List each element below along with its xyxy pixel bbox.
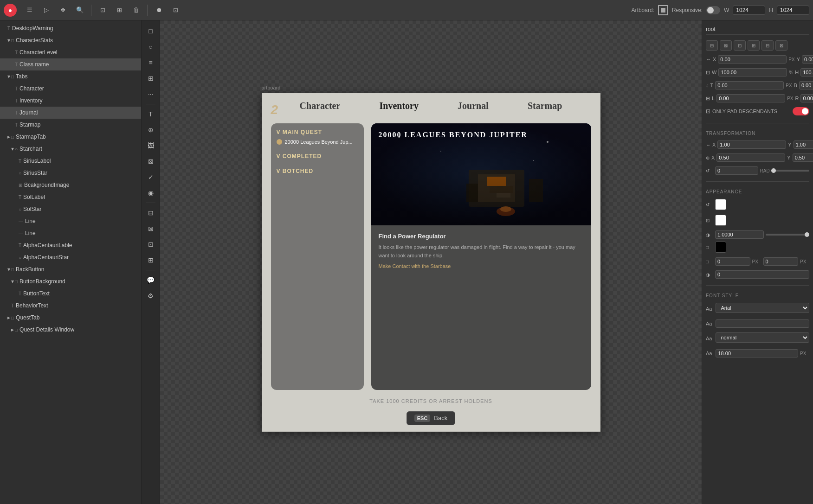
border-color-swatch[interactable] [715,242,726,253]
tree-item-background-image[interactable]: ⊞ BcakgroundImage [0,179,141,191]
opacity-input[interactable] [715,230,764,239]
tree-item-tabs[interactable]: ▾ □ Tabs [0,70,141,83]
tree-item-line2[interactable]: — Line [0,227,141,239]
tree-item-starchart[interactable]: ▾ ○ Starchart [0,143,141,155]
type-icon-t: T [15,50,18,55]
component-tool[interactable]: ⊕ [144,123,158,137]
comment-tool[interactable]: 💬 [144,273,158,287]
type-icon-t: T [7,26,10,31]
top-toolbar: ● ☰ ▷ ❖ 🔍 ⊡ ⊞ 🗑 ⏺ ⊡ Artboard: Responsive… [0,0,813,20]
tree-item-behavior-text[interactable]: T BehaviorText [0,300,141,312]
more-tool[interactable]: ··· [144,87,158,101]
animation-tool[interactable]: ⊡ [144,237,158,251]
tree-item-journal[interactable]: T Journal [0,107,141,119]
lottie-tool[interactable]: ⊞ [144,253,158,267]
type-icon-t: T [15,62,18,67]
grid-tool[interactable]: ⊞ [144,71,158,85]
fill-color-swatch[interactable] [715,199,726,210]
tree-item-starmap-tab[interactable]: ▸ □ StarmapTab [0,131,141,143]
ellipse-tool[interactable]: ○ [144,40,158,54]
image-tool[interactable]: 🖼 [144,139,158,153]
scale-x-input[interactable] [717,140,786,149]
tree-item-alpha-centauri-star[interactable]: ○ AlphaCentauriStar [0,251,141,263]
tree-item-character[interactable]: T Character [0,83,141,95]
font-weight-select[interactable]: normal bold [716,332,809,343]
tree-item-desktop-warning[interactable]: T DesktopWarning [0,22,141,34]
frame-button[interactable]: ⊡ [168,3,183,18]
delete-button[interactable]: 🗑 [129,3,143,18]
tree-item-sirius-label[interactable]: T SiriusLabel [0,155,141,167]
search-button[interactable]: 🔍 [72,3,87,18]
tree-item-sol-label[interactable]: T SolLabel [0,191,141,203]
l-input[interactable] [716,94,785,102]
quest-image: 20000 LEAGUES BEYOND JUPITER [371,123,591,225]
tree-item-quest-details[interactable]: ▸ □ Quest Details Window [0,324,141,336]
font-family-select[interactable]: Arial [716,303,809,313]
copy-button[interactable]: ⊡ [95,3,110,18]
shadow-y-input[interactable] [763,257,799,266]
rotation-slider[interactable] [771,170,810,172]
rect-tool[interactable]: □ [144,24,158,38]
check-tool[interactable]: ✓ [144,170,158,184]
font-size-secondary-input[interactable] [716,319,809,328]
resize-icon-2[interactable]: ⊠ [720,40,732,51]
back-button[interactable]: ESC Back [406,411,456,425]
record-button[interactable]: ⏺ [151,3,166,18]
type-icon-rect2: □ [11,74,14,79]
component2-tool[interactable]: ⊠ [144,154,158,168]
stroke-color-swatch[interactable] [715,215,726,226]
x-input[interactable] [718,55,787,64]
nav-inventory[interactable]: Inventory [379,101,418,111]
tree-item-button-text[interactable]: T ButtonText [0,287,141,300]
height-input[interactable] [777,6,809,15]
corner-input[interactable] [715,270,809,279]
tree-item-line1[interactable]: — Line [0,215,141,227]
lr-row: ⊞ L PX R PX [706,94,809,102]
opacity-slider[interactable] [766,234,810,236]
tree-item-starmap[interactable]: T Starmap [0,119,141,131]
rotation-input[interactable] [715,166,758,175]
tree-item-back-button[interactable]: ▾ □ BackButton [0,263,141,275]
tree-item-inventory[interactable]: T Inventory [0,95,141,107]
settings-tool[interactable]: ⚙ [144,289,158,303]
t-input[interactable] [715,81,784,89]
radio-tool[interactable]: ◉ [144,186,158,200]
artboard-icon[interactable] [658,5,668,15]
list-tool[interactable]: ≡ [144,56,158,70]
resize-icon-6[interactable]: ⊠ [775,40,787,51]
nav-journal[interactable]: Journal [458,101,489,111]
resize-icon-1[interactable]: ⊟ [706,40,718,51]
tree-item-quest-tab[interactable]: ▸ □ QuestTab [0,312,141,324]
app-logo[interactable]: ● [4,4,17,17]
tree-item-sol-star[interactable]: ○ SolStar [0,203,141,215]
video-tool[interactable]: ⊠ [144,222,158,236]
origin-x-input[interactable] [716,153,785,162]
tree-item-alpha-centauri-label[interactable]: T AlphaCentauriLable [0,239,141,251]
tree-item-character-stats[interactable]: ▾ □ CharacterStats [0,34,141,46]
quest-item-active[interactable]: 20000 Leagues Beyond Jup... [277,139,358,145]
resize-icon-5[interactable]: ⊟ [761,40,774,51]
resize-icon-4[interactable]: ⊞ [748,40,760,51]
nav-character[interactable]: Character [300,101,341,111]
toggle-tool[interactable]: ⊟ [144,206,158,220]
text-tool[interactable]: T [144,107,158,121]
tree-item-button-background[interactable]: ▾ □ ButtonBackground [0,275,141,287]
tree-item-class-name[interactable]: T Class name [0,58,141,70]
back-btn-container: ESC Back [262,408,600,432]
resize-icon-3[interactable]: ⊡ [734,40,746,51]
menu-button[interactable]: ☰ [22,3,37,18]
tree-item-character-level[interactable]: T CharacterLevel [0,46,141,58]
paste-button[interactable]: ⊞ [112,3,127,18]
responsive-toggle[interactable] [706,6,720,14]
scale-row: ↔ X Y [706,140,809,149]
w-input[interactable] [718,68,787,77]
nav-starmap[interactable]: Starmap [528,101,562,111]
select-button[interactable]: ▷ [39,3,54,18]
tree-item-sirius-star[interactable]: ○ SiriusStar [0,167,141,179]
width-input[interactable] [733,6,765,15]
pad-descendants-toggle[interactable] [793,107,809,115]
font-size-input[interactable] [716,349,798,357]
component-button[interactable]: ❖ [56,3,71,18]
type-icon-circle2: ○ [19,171,21,176]
shadow-x-input[interactable] [715,257,750,266]
